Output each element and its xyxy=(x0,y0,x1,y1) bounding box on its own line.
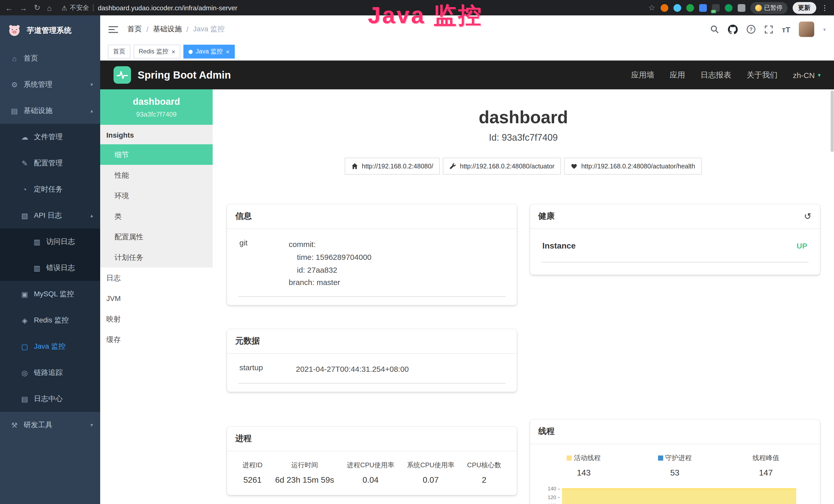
profile-paused-chip[interactable]: 已暂停 xyxy=(750,2,787,14)
sba-menu-logs[interactable]: 日志 xyxy=(100,268,213,288)
sba-menu-mappings[interactable]: 映射 xyxy=(100,308,213,329)
breadcrumb-infrastructure[interactable]: 基础设施 xyxy=(153,25,182,34)
sidebar-toggle-icon[interactable] xyxy=(108,25,118,33)
error-log-icon: ▥ xyxy=(33,264,41,272)
extensions-puzzle-icon[interactable] xyxy=(738,4,745,12)
extension-icon[interactable] xyxy=(673,4,681,12)
instance-links: http://192.168.0.2:48080/ http://192.168… xyxy=(213,158,834,175)
infrastructure-submenu: ☁ 文件管理 ✎ 配置管理 ◔ 定时任务 ▧ API 日志 ▴ xyxy=(0,124,100,412)
sba-nav-journal[interactable]: 日志报表 xyxy=(700,70,731,80)
metadata-key: startup xyxy=(239,363,296,376)
sidebar-item-label: 错误日志 xyxy=(46,263,75,272)
sba-menu-jvm[interactable]: JVM xyxy=(100,288,213,308)
security-warning[interactable]: ⚠ 不安全 xyxy=(61,3,89,12)
extension-icon[interactable] xyxy=(660,4,668,12)
process-cpu-usage: 进程CPU使用率 0.04 xyxy=(347,461,394,485)
instance-name: dashboard xyxy=(105,96,207,107)
chevron-down-icon[interactable]: ▾ xyxy=(823,26,826,32)
app-logo[interactable]: 芋道管理系统 xyxy=(0,16,100,45)
sidebar-item-label: 系统管理 xyxy=(24,80,52,89)
info-key: git xyxy=(239,238,289,289)
sidebar-item-mysql-monitor[interactable]: ▣ MySQL 监控 xyxy=(0,281,100,307)
y-axis-tick: 120 xyxy=(548,494,560,500)
sba-nav-wallboard[interactable]: 应用墙 xyxy=(631,70,654,80)
extension-icon[interactable]: on xyxy=(712,4,720,12)
sba-menu-details[interactable]: 细节 xyxy=(100,144,213,165)
sidebar-item-home[interactable]: ⌂ 首页 xyxy=(0,45,100,71)
fullscreen-icon[interactable] xyxy=(764,25,773,33)
sidebar-item-redis-monitor[interactable]: ◈ Redis 监控 xyxy=(0,307,100,333)
insights-section: Insights 细节 性能 环境 类 配置属性 计划任务 xyxy=(100,125,213,268)
sidebar-item-label: 研发工具 xyxy=(24,420,52,430)
sidebar-item-config-management[interactable]: ✎ 配置管理 xyxy=(0,150,100,176)
home-icon[interactable]: ⌂ xyxy=(47,3,52,12)
threads-chart-plot xyxy=(562,486,796,504)
avatar[interactable] xyxy=(799,22,814,37)
back-icon[interactable]: ← xyxy=(5,3,13,12)
sba-menu-caches[interactable]: 缓存 xyxy=(100,329,213,350)
close-icon[interactable]: × xyxy=(226,48,229,55)
sba-nav-applications[interactable]: 应用 xyxy=(670,70,685,80)
history-icon[interactable]: ↺ xyxy=(804,211,812,222)
service-url-link[interactable]: http://192.168.0.2:48080/ xyxy=(345,158,440,175)
java-monitor-icon: ▢ xyxy=(21,342,29,350)
mysql-icon: ▣ xyxy=(21,290,29,298)
sidebar-item-api-logs[interactable]: ▧ API 日志 ▴ xyxy=(0,202,100,229)
extension-icon[interactable] xyxy=(686,4,694,12)
sidebar-item-access-logs[interactable]: ▥ 访问日志 xyxy=(0,229,100,255)
github-icon[interactable] xyxy=(728,24,738,34)
health-url-link[interactable]: http://192.168.0.2:48080/actuator/health xyxy=(564,158,702,175)
heart-icon xyxy=(571,163,578,169)
sba-logo-icon[interactable] xyxy=(113,66,131,84)
reload-icon[interactable]: ↻ xyxy=(34,3,40,12)
content-scrollbar[interactable] xyxy=(830,90,833,504)
instance-header[interactable]: dashboard 93a3fc7f7409 xyxy=(100,89,213,125)
tab-redis-monitor[interactable]: Redis 监控 × xyxy=(134,45,180,59)
process-stat-label: 运行时间 xyxy=(275,461,334,470)
forward-icon[interactable]: → xyxy=(20,3,27,12)
breadcrumb-home[interactable]: 首页 xyxy=(127,25,142,34)
sidebar-item-file-management[interactable]: ☁ 文件管理 xyxy=(0,124,100,150)
legend-label: 线程峰值 xyxy=(752,453,779,463)
sba-menu-classes[interactable]: 类 xyxy=(100,206,213,226)
close-icon[interactable]: × xyxy=(172,48,175,55)
font-size-icon[interactable]: тT xyxy=(782,25,790,33)
sidebar-item-error-logs[interactable]: ▥ 错误日志 xyxy=(0,255,100,281)
sba-menu-config-props[interactable]: 配置属性 xyxy=(100,226,213,247)
extension-icon[interactable] xyxy=(725,4,732,12)
actuator-url-link[interactable]: http://192.168.0.2:48080/actuator xyxy=(443,158,561,175)
url-text[interactable]: dashboard.yudao.iocoder.cn/infra/admin-s… xyxy=(98,4,237,12)
search-icon[interactable] xyxy=(710,25,719,34)
sidebar-item-link-tracing[interactable]: ◎ 链路追踪 xyxy=(0,360,100,386)
sba-nav-about[interactable]: 关于我们 xyxy=(747,70,777,80)
help-icon[interactable]: ? xyxy=(746,25,756,34)
warning-icon: ⚠ xyxy=(61,4,67,12)
sba-menu-metrics[interactable]: 性能 xyxy=(100,165,213,185)
sidebar-item-scheduled-tasks[interactable]: ◔ 定时任务 xyxy=(0,176,100,202)
locale-select[interactable]: zh-CN ▾ xyxy=(793,71,821,79)
bookmark-star-icon[interactable]: ☆ xyxy=(648,3,655,12)
extension-icon[interactable] xyxy=(699,4,707,12)
browser-menu-icon[interactable]: ⋮ xyxy=(821,4,829,12)
sidebar-item-system-management[interactable]: ⚙ 系统管理 ▾ xyxy=(0,71,100,97)
sidebar-item-label: 定时任务 xyxy=(34,185,63,194)
sba-menu-environment[interactable]: 环境 xyxy=(100,185,213,206)
sidebar-item-log-center[interactable]: ▤ 日志中心 xyxy=(0,386,100,412)
address-bar[interactable]: ⚠ 不安全 dashboard.yudao.iocoder.cn/infra/a… xyxy=(61,3,642,12)
sba-menu-scheduled-tasks[interactable]: 计划任务 xyxy=(100,247,213,268)
profile-emoji-icon xyxy=(755,4,762,11)
sidebar-item-infrastructure[interactable]: ▤ 基础设施 ▴ xyxy=(0,97,100,124)
tab-java-monitor[interactable]: Java 监控 × xyxy=(183,45,235,59)
sba-nav-menu: 应用墙 应用 日志报表 关于我们 zh-CN ▾ xyxy=(631,70,821,80)
legend-value: 143 xyxy=(539,468,630,478)
sidebar-item-java-monitor[interactable]: ▢ Java 监控 xyxy=(0,333,100,360)
sidebar-item-dev-tools[interactable]: ⚒ 研发工具 ▾ xyxy=(0,412,100,438)
sidebar-item-label: 首页 xyxy=(24,54,38,63)
scrollbar-thumb[interactable] xyxy=(830,90,833,152)
tab-label: 首页 xyxy=(113,47,125,56)
breadcrumb: 首页 / 基础设施 / Java 监控 xyxy=(127,25,225,34)
browser-update-button[interactable]: 更新 xyxy=(792,2,816,14)
paused-label: 已暂停 xyxy=(764,3,783,12)
tab-home[interactable]: 首页 xyxy=(108,45,130,59)
sba-brand[interactable]: Spring Boot Admin xyxy=(138,69,231,81)
